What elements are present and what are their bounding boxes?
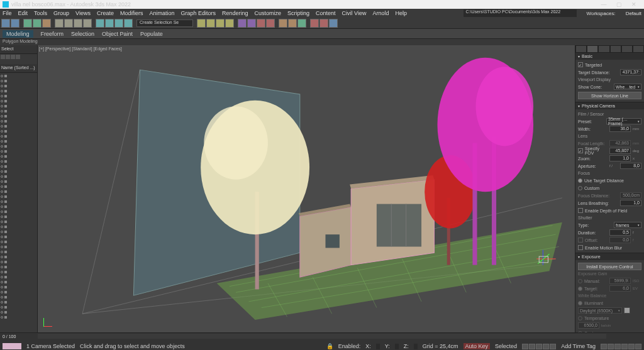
motion-tab[interactable] <box>610 45 621 53</box>
menu-customize[interactable]: Customize <box>255 10 282 16</box>
list-item[interactable] <box>1 79 36 84</box>
list-item[interactable] <box>1 310 36 315</box>
menu-civil-view[interactable]: Civil View <box>342 10 367 16</box>
layers-icon[interactable] <box>266 19 275 28</box>
list-item[interactable] <box>1 239 36 244</box>
list-item[interactable] <box>1 154 36 159</box>
menu-views[interactable]: Views <box>75 10 91 16</box>
scene-explorer-select[interactable]: Select <box>0 45 37 54</box>
list-item[interactable] <box>1 204 36 209</box>
add-time-tag[interactable]: Add Time Tag <box>561 343 596 349</box>
placement-icon[interactable] <box>124 19 133 28</box>
list-item[interactable] <box>1 124 36 129</box>
ribbon-object-paint[interactable]: Object Paint <box>102 31 133 37</box>
keyfilter-select[interactable]: Selected <box>495 343 517 349</box>
menu-rendering[interactable]: Rendering <box>222 10 248 16</box>
align-icon[interactable] <box>257 19 265 28</box>
perspective-viewport[interactable]: [+] [Perspective] [Standard] [Edged Face… <box>38 45 575 332</box>
menu-file[interactable]: File <box>3 10 12 16</box>
list-item[interactable] <box>1 89 36 94</box>
render-icon[interactable] <box>329 19 338 28</box>
list-item[interactable] <box>1 164 36 169</box>
menu-scripting[interactable]: Scripting <box>287 10 309 16</box>
menu-group[interactable]: Group <box>53 10 69 16</box>
menu-help[interactable]: Help <box>395 10 407 16</box>
list-item[interactable] <box>1 104 36 109</box>
list-item[interactable] <box>1 114 36 119</box>
list-item[interactable] <box>1 244 36 249</box>
viewport-label[interactable]: [+] [Perspective] [Standard] [Edged Face… <box>39 46 122 51</box>
list-item[interactable] <box>1 229 36 234</box>
maximize-viewport-icon[interactable] <box>635 344 641 349</box>
sort-icon[interactable] <box>16 55 20 59</box>
bind-icon[interactable] <box>42 19 51 28</box>
menu-modifiers[interactable]: Modifiers <box>120 10 143 16</box>
timeline-track[interactable] <box>38 334 606 339</box>
maximize-button[interactable]: ▢ <box>611 1 626 8</box>
y-coord-input[interactable] <box>395 344 399 349</box>
menu-arnold[interactable]: Arnold <box>372 10 389 16</box>
basic-header[interactable]: Basic <box>575 53 644 60</box>
selection-set-dropdown[interactable]: Create Selection Se <box>136 19 193 27</box>
render-setup-icon[interactable] <box>310 19 319 28</box>
zoom-input[interactable]: 1,0 <box>609 155 631 161</box>
link-icon[interactable] <box>23 19 32 28</box>
list-item[interactable] <box>1 194 36 199</box>
use-target-radio[interactable] <box>578 178 582 183</box>
play-icon[interactable] <box>536 344 542 349</box>
physical-camera-header[interactable]: Physical Camera <box>575 102 644 109</box>
specify-fov-checkbox[interactable] <box>578 148 583 153</box>
list-item[interactable] <box>1 265 36 270</box>
list-item[interactable] <box>1 74 36 79</box>
preset-select[interactable]: 35mm (…Frame) <box>606 118 641 124</box>
object-list[interactable] <box>0 73 37 332</box>
curve-editor-icon[interactable] <box>279 19 287 28</box>
list-item[interactable] <box>1 174 36 179</box>
rotate-icon[interactable] <box>105 19 114 28</box>
shutter-type-select[interactable]: frames <box>614 222 641 228</box>
hierarchy-tab[interactable] <box>598 45 609 53</box>
list-item[interactable] <box>1 169 36 174</box>
list-item[interactable] <box>1 249 36 254</box>
show-cone-select[interactable]: Whe…ted <box>614 84 641 90</box>
menu-tools[interactable]: Tools <box>34 10 47 16</box>
menu-graph-editors[interactable]: Graph Editors <box>180 10 216 16</box>
ribbon-modeling[interactable]: Modeling <box>3 30 33 38</box>
list-item[interactable] <box>1 300 36 305</box>
display-all-icon[interactable] <box>1 55 5 59</box>
list-item[interactable] <box>1 129 36 134</box>
x-coord-input[interactable] <box>376 344 380 349</box>
select-rect-icon[interactable] <box>74 19 82 28</box>
list-item[interactable] <box>1 270 36 275</box>
fov-icon[interactable] <box>628 344 635 349</box>
zoom-extents-icon[interactable] <box>621 344 628 349</box>
list-item[interactable] <box>1 199 36 204</box>
undo-icon[interactable] <box>1 19 10 28</box>
menu-animation[interactable]: Animation <box>149 10 174 16</box>
list-item[interactable] <box>1 179 36 184</box>
modify-tab[interactable] <box>587 45 598 53</box>
list-item[interactable] <box>1 305 36 310</box>
angle-snap-icon[interactable] <box>206 19 215 28</box>
install-exposure-button[interactable]: Install Exposure Control <box>578 263 641 270</box>
list-item[interactable] <box>1 134 36 139</box>
target-distance-input[interactable]: 4371,37: <box>620 69 641 75</box>
move-icon[interactable] <box>96 19 104 28</box>
list-item[interactable] <box>1 285 36 290</box>
list-item[interactable] <box>1 94 36 99</box>
minimize-button[interactable]: — <box>596 1 611 8</box>
create-tab[interactable] <box>575 45 587 53</box>
maxscript-mini-listener[interactable] <box>3 343 21 349</box>
material-editor-icon[interactable] <box>297 19 306 28</box>
utilities-tab[interactable] <box>633 45 644 53</box>
list-item[interactable] <box>1 219 36 224</box>
lock-icon[interactable]: 🔒 <box>326 343 333 349</box>
custom-focus-radio[interactable] <box>578 186 582 190</box>
z-coord-input[interactable] <box>414 344 418 349</box>
list-item[interactable] <box>1 254 36 260</box>
show-horizon-button[interactable]: Show Horizon Line <box>578 92 641 99</box>
select-icon[interactable] <box>55 19 64 28</box>
zoom-icon[interactable] <box>614 344 621 349</box>
list-item[interactable] <box>1 149 36 154</box>
close-button[interactable]: ✕ <box>626 1 641 8</box>
